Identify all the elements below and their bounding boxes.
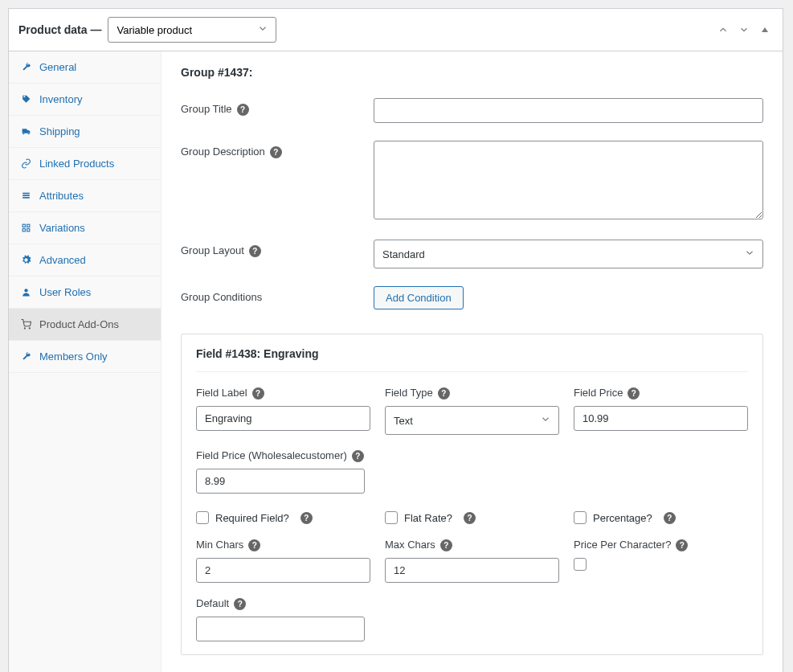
label-price-per-char: Price Per Character?: [574, 539, 671, 551]
help-icon[interactable]: ?: [300, 512, 313, 524]
chevron-down-icon[interactable]: [736, 22, 752, 38]
collapse-icon[interactable]: [757, 22, 773, 38]
sidebar-item-linked-products[interactable]: Linked Products: [9, 148, 161, 180]
svg-point-9: [24, 328, 25, 329]
panel-header: Product data — Variable product: [9, 9, 783, 51]
sidebar-item-inventory[interactable]: Inventory: [9, 84, 161, 116]
panel-actions: [715, 22, 773, 38]
panel-body: General Inventory Shipping Linked Produc…: [9, 51, 783, 672]
sidebar: General Inventory Shipping Linked Produc…: [9, 51, 161, 672]
label-wholesale-price: Field Price (Wholesalecustomer): [196, 449, 347, 461]
label-required: Required Field?: [215, 512, 289, 524]
sidebar-label: Inventory: [39, 93, 82, 105]
sidebar-label: User Roles: [39, 286, 91, 298]
help-icon[interactable]: ?: [248, 539, 260, 551]
field-grid-2: Min Chars? Max Chars? Price Per Characte…: [196, 539, 748, 583]
panel-title: Product data —: [18, 23, 101, 36]
checkbox-percentage[interactable]: [574, 511, 587, 524]
label-group-description: Group Description: [181, 145, 265, 158]
grid-icon: [20, 223, 31, 234]
sidebar-label: Members Only: [39, 350, 108, 363]
add-condition-button[interactable]: Add Condition: [374, 286, 464, 309]
svg-rect-2: [22, 195, 30, 196]
checkbox-row: Required Field?? Flat Rate?? Percentage?…: [196, 508, 748, 524]
select-group-layout[interactable]: Standard: [374, 240, 763, 268]
svg-rect-1: [22, 193, 30, 195]
svg-point-10: [29, 328, 30, 329]
content-area: Group #1437: Group Title? Group Descript…: [161, 51, 783, 672]
label-max-chars: Max Chars: [385, 539, 435, 551]
checkbox-price-per-char[interactable]: [574, 558, 587, 571]
sidebar-label: Advanced: [39, 254, 86, 266]
sidebar-label: Attributes: [39, 190, 84, 202]
cart-icon: [20, 319, 31, 330]
label-percentage: Percentage?: [593, 512, 652, 524]
input-wholesale-price[interactable]: [196, 469, 365, 494]
link-icon: [20, 158, 31, 170]
svg-rect-3: [22, 197, 30, 199]
label-group-conditions: Group Conditions: [181, 291, 262, 303]
list-icon: [20, 191, 31, 202]
sidebar-item-user-roles[interactable]: User Roles: [9, 277, 161, 309]
label-field-type: Field Type: [385, 387, 433, 399]
field-grid-1: Field Label? Field Type? Text Field Pric…: [196, 387, 748, 435]
sidebar-item-advanced[interactable]: Advanced: [9, 244, 161, 277]
label-default: Default: [196, 597, 229, 609]
input-group-title[interactable]: [374, 98, 763, 123]
help-icon[interactable]: ?: [249, 245, 261, 257]
label-group-title: Group Title: [181, 103, 232, 115]
truck-icon: [20, 126, 31, 137]
label-group-layout: Group Layout: [181, 244, 244, 256]
row-group-conditions: Group Conditions Add Condition: [181, 286, 763, 309]
field-box: Field #1438: Engraving Field Label? Fiel…: [181, 334, 763, 655]
label-field-label: Field Label: [196, 387, 247, 399]
chevron-up-icon[interactable]: [715, 22, 731, 38]
help-icon[interactable]: ?: [234, 598, 246, 610]
row-group-layout: Group Layout? Standard: [181, 240, 763, 268]
svg-rect-7: [27, 229, 29, 232]
input-max-chars[interactable]: [385, 558, 559, 583]
checkbox-flat-rate[interactable]: [385, 511, 398, 524]
sidebar-label: Linked Products: [39, 158, 114, 170]
help-icon[interactable]: ?: [440, 539, 452, 551]
sidebar-item-attributes[interactable]: Attributes: [9, 180, 161, 212]
sidebar-label: General: [39, 61, 76, 73]
sidebar-label: Shipping: [39, 125, 80, 137]
field-heading: Field #1438: Engraving: [196, 347, 748, 372]
label-flat-rate: Flat Rate?: [404, 512, 452, 524]
help-icon[interactable]: ?: [676, 539, 688, 551]
svg-rect-5: [27, 224, 29, 227]
help-icon[interactable]: ?: [664, 512, 676, 524]
sidebar-item-members-only[interactable]: Members Only: [9, 341, 161, 373]
select-field-type[interactable]: Text: [385, 406, 559, 435]
label-min-chars: Min Chars: [196, 539, 243, 551]
help-icon[interactable]: ?: [237, 104, 249, 116]
input-default[interactable]: [196, 617, 365, 641]
svg-marker-0: [762, 27, 768, 32]
row-group-title: Group Title?: [181, 98, 763, 123]
user-icon: [20, 287, 31, 298]
sidebar-item-general[interactable]: General: [9, 51, 161, 84]
product-type-select[interactable]: Variable product: [108, 17, 276, 43]
help-icon[interactable]: ?: [252, 387, 264, 400]
sidebar-label: Product Add-Ons: [39, 318, 119, 330]
checkbox-required[interactable]: [196, 511, 209, 524]
gear-icon: [20, 255, 31, 266]
textarea-group-description[interactable]: [374, 141, 763, 219]
wrench-icon: [20, 351, 31, 363]
group-heading: Group #1437:: [181, 66, 763, 79]
input-field-label[interactable]: [196, 406, 370, 431]
help-icon[interactable]: ?: [270, 146, 282, 158]
row-group-description: Group Description?: [181, 141, 763, 222]
help-icon[interactable]: ?: [627, 387, 640, 400]
sidebar-item-variations[interactable]: Variations: [9, 212, 161, 244]
sidebar-item-shipping[interactable]: Shipping: [9, 116, 161, 148]
sidebar-item-product-addons[interactable]: Product Add-Ons: [9, 309, 161, 341]
label-field-price: Field Price: [574, 387, 623, 399]
product-data-panel: Product data — Variable product General …: [8, 8, 783, 672]
help-icon[interactable]: ?: [464, 512, 476, 524]
input-min-chars[interactable]: [196, 558, 370, 583]
help-icon[interactable]: ?: [438, 387, 450, 400]
help-icon[interactable]: ?: [352, 450, 364, 462]
input-field-price[interactable]: [574, 406, 748, 431]
